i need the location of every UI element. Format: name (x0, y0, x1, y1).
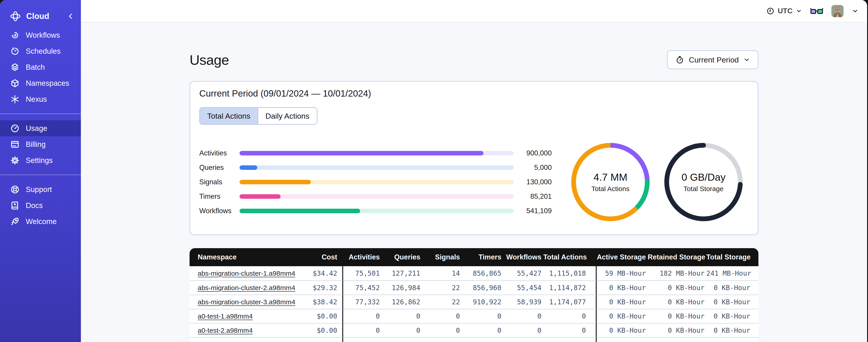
sidebar-item-settings[interactable]: Settings (0, 152, 81, 168)
value-cell: 14 (422, 266, 462, 280)
value-cell: 1,174,077 (544, 295, 597, 309)
value-cell: 910,922 (462, 295, 503, 309)
table-row: abs-migration-cluster-3.a98mm4$38.4277,3… (190, 295, 758, 309)
total-storage-sublabel: Total Storage (684, 185, 724, 193)
sidebar-item-label: Nexus (26, 95, 47, 104)
page-title: Usage (190, 52, 229, 68)
value-cell: 0 KB-Hour (597, 337, 648, 342)
namespace-cell: abs-migration-cluster-2.a98mm4 (190, 280, 296, 295)
usage-bar-row: Timers85,201 (199, 189, 552, 204)
value-cell: 126,862 (381, 295, 422, 309)
value-cell: 0 KB-Hour (648, 280, 707, 295)
value-cell: $0.00 (296, 323, 343, 337)
glasses-icon[interactable] (810, 7, 823, 15)
namespace-link[interactable]: a0-test-2.a98mm4 (198, 327, 253, 334)
user-avatar[interactable] (831, 5, 844, 17)
sidebar-item-batch[interactable]: Batch (0, 59, 81, 75)
column-header: Cost (296, 248, 343, 266)
sidebar-collapse-button[interactable] (67, 12, 74, 20)
sidebar-item-support[interactable]: Support (0, 181, 81, 197)
sidebar-item-docs[interactable]: Docs (0, 197, 81, 213)
value-cell: 0 (343, 337, 381, 342)
bar-value: 541,109 (514, 207, 552, 215)
support-lifebuoy-icon (10, 184, 20, 195)
workflows-spiral-icon (10, 30, 20, 40)
bar-track (240, 151, 514, 156)
billing-card-icon (10, 139, 20, 149)
schedules-clock-icon (10, 46, 20, 56)
value-cell: 1,115,018 (544, 266, 597, 280)
value-cell: 0 KB-Hour (706, 309, 758, 323)
value-cell: 58,939 (503, 295, 543, 309)
value-cell: 0 KB-Hour (648, 295, 707, 309)
sidebar-item-welcome[interactable]: Welcome (0, 213, 81, 230)
sidebar-divider (0, 175, 81, 175)
sidebar-item-billing[interactable]: Billing (0, 136, 81, 152)
table-header-row: NamespaceCostActivitiesQueriesSignalsTim… (190, 248, 758, 266)
bar-track (240, 165, 514, 170)
current-period-card: Current Period (09/01/2024 — 10/01/2024)… (190, 81, 758, 235)
namespace-link[interactable]: a0-test-1.a98mm4 (198, 312, 253, 320)
sidebar-item-label: Usage (26, 124, 47, 133)
sidebar-item-usage[interactable]: Usage (0, 120, 81, 136)
value-cell: 0 (544, 309, 597, 323)
chevron-down-icon (743, 57, 750, 63)
sidebar-item-workflows[interactable]: Workflows (0, 27, 81, 43)
usage-bar-row: Workflows541,109 (199, 204, 552, 218)
value-cell: 0 (343, 323, 381, 337)
usage-bar-row: Signals130,000 (199, 175, 552, 189)
bar-fill (240, 165, 257, 170)
value-cell: 0 (422, 337, 462, 342)
value-cell: 0 KB-Hour (706, 295, 758, 309)
namespace-link[interactable]: abs-migration-cluster-2.a98mm4 (198, 284, 295, 292)
column-header: Activities (343, 248, 381, 266)
value-cell: 22 (422, 295, 462, 309)
bar-fill (240, 209, 360, 213)
welcome-rocket-icon (10, 216, 20, 227)
tab-total-actions[interactable]: Total Actions (200, 108, 257, 124)
value-cell: 127,211 (381, 266, 422, 280)
namespace-usage-table: NamespaceCostActivitiesQueriesSignalsTim… (190, 248, 758, 342)
value-cell: 0 KB-Hour (648, 309, 707, 323)
namespace-link[interactable]: bk-worker-test.a98mm4 (198, 341, 269, 342)
usage-bars: Activities900,000Queries5,000Signals130,… (199, 146, 552, 218)
timezone-selector[interactable]: UTC (766, 7, 802, 15)
namespaces-cube-icon (10, 78, 20, 88)
namespace-link[interactable]: abs-migration-cluster-3.a98mm4 (198, 298, 295, 306)
bar-category-label: Queries (199, 164, 240, 172)
value-cell: 0 KB-Hour (648, 337, 707, 342)
timezone-label: UTC (778, 7, 793, 15)
column-header: Queries (381, 248, 422, 266)
usage-gauge-icon (10, 124, 20, 133)
table-row: abs-migration-cluster-2.a98mm4$29.3275,4… (190, 280, 758, 295)
actions-tabs: Total Actions Daily Actions (199, 107, 317, 125)
sidebar-item-namespaces[interactable]: Namespaces (0, 75, 81, 91)
settings-gear-icon (10, 156, 20, 165)
value-cell: 856,960 (462, 280, 503, 295)
period-selector-button[interactable]: Current Period (667, 50, 758, 69)
sidebar-item-label: Namespaces (26, 79, 69, 88)
bar-value: 900,000 (514, 149, 552, 157)
value-cell: 0 (544, 323, 597, 337)
sidebar-item-label: Support (26, 185, 52, 194)
bar-fill (240, 180, 311, 184)
value-cell: 75,501 (343, 266, 381, 280)
value-cell: 0 KB-Hour (597, 323, 648, 337)
sidebar-item-label: Billing (26, 140, 45, 149)
value-cell: 0 KB-Hour (597, 309, 648, 323)
namespace-cell: a0-test-2.a98mm4 (190, 323, 296, 337)
chevron-down-icon (796, 8, 802, 14)
sidebar-item-schedules[interactable]: Schedules (0, 43, 81, 59)
total-actions-value: 4.7 MM (593, 171, 627, 183)
table-row: a0-test-2.a98mm4$0.000000000 KB-Hour0 KB… (190, 323, 758, 337)
namespace-link[interactable]: abs-migration-cluster-1.a98mm4 (198, 270, 295, 277)
table-row: bk-worker-test.a98mm4$0.000000110 KB-Hou… (190, 337, 758, 342)
usage-bar-row: Activities900,000 (199, 146, 552, 161)
user-menu-chevron-down-icon[interactable] (852, 8, 859, 14)
value-cell: 241 MB-Hour (706, 266, 758, 280)
sidebar-item-nexus[interactable]: Nexus (0, 91, 81, 107)
value-cell: $29.32 (296, 280, 343, 295)
value-cell: 1 (503, 337, 543, 342)
temporal-cloud-logo-icon (9, 10, 21, 22)
tab-daily-actions[interactable]: Daily Actions (257, 108, 317, 124)
